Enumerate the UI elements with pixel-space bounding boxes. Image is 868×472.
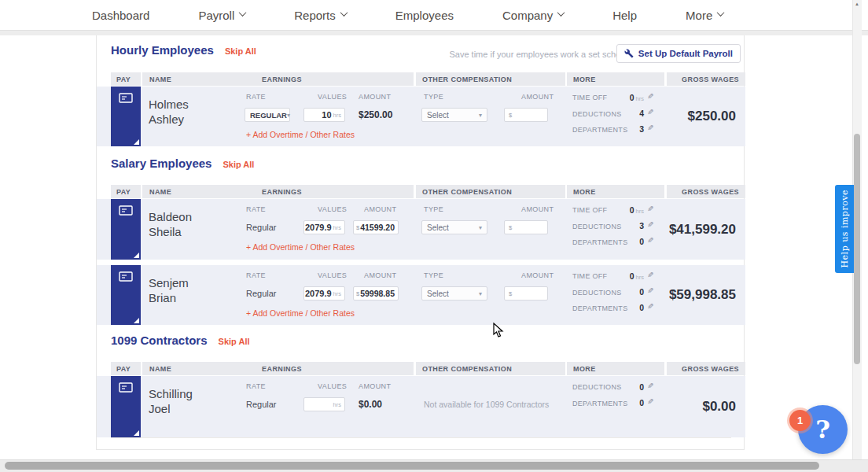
compensation-amount-input[interactable]: $ — [504, 108, 548, 122]
hours-value: 2079.9 — [305, 289, 332, 298]
edit-time-off-icon[interactable]: ✎ — [647, 205, 653, 213]
amount-value: 59998.85 — [360, 289, 395, 298]
add-overtime-link[interactable]: + Add Overtime / Other Rates — [246, 130, 355, 139]
employee-last-name: Baldeon — [149, 209, 192, 224]
employee-name: Holmes Ashley — [149, 97, 189, 127]
earnings-amount: $250.00 — [359, 109, 392, 120]
nav-dashboard-label: Dashboard — [92, 9, 149, 22]
amount-input[interactable]: $ 41599.20 — [353, 220, 399, 234]
pay-toggle-senjem[interactable] — [111, 265, 141, 325]
edit-departments-icon[interactable]: ✎ — [647, 302, 653, 311]
edit-deductions-icon[interactable]: ✎ — [647, 382, 653, 390]
hourly-title-text: Hourly Employees — [111, 43, 214, 57]
add-overtime-link[interactable]: + Add Overtime / Other Rates — [246, 242, 355, 252]
caret-down-icon: ▾ — [287, 112, 290, 119]
nav-payroll[interactable]: Payroll — [198, 9, 245, 22]
rate-value: Regular — [246, 289, 277, 298]
help-us-improve-tab[interactable]: Help us improve — [835, 185, 854, 273]
compensation-amount-input[interactable]: $ — [504, 286, 548, 301]
edit-deductions-icon[interactable]: ✎ — [647, 286, 653, 295]
col-earnings: EARNINGS — [262, 365, 302, 373]
chevron-down-icon — [239, 9, 247, 17]
nav-reports-label: Reports — [294, 9, 336, 22]
pay-toggle-schilling[interactable] — [111, 376, 141, 437]
section-title-salary: Salary EmployeesSkip All — [111, 157, 254, 170]
edit-departments-icon[interactable]: ✎ — [647, 236, 653, 245]
gross-wages-value: $41,599.20 — [669, 222, 736, 238]
deductions-value: 0 — [622, 382, 644, 392]
time-off-value: 0hrs — [622, 271, 644, 281]
edit-deductions-icon[interactable]: ✎ — [647, 108, 653, 116]
edit-departments-icon[interactable]: ✎ — [647, 124, 653, 132]
vertical-scrollbar-thumb[interactable] — [854, 134, 860, 364]
notification-badge[interactable]: 1 — [789, 410, 811, 431]
time-off-value: 0hrs — [622, 93, 644, 102]
employee-row-baldeon: Baldeon Sheila RATE VALUES AMOUNT TYPE A… — [97, 199, 745, 260]
col-gross-wages: GROSS WAGES — [667, 185, 745, 198]
pay-toggle-holmes[interactable] — [111, 87, 141, 146]
skip-all-hourly-link[interactable]: Skip All — [225, 46, 256, 56]
set-schedule-hint: Save time if your employees work a set s… — [449, 50, 639, 59]
rate-value: REGULAR — [250, 111, 287, 120]
hours-input[interactable]: 10 hrs — [303, 108, 345, 122]
table-header-hourly: PAY NAME EARNINGS OTHER COMPENSATION MOR… — [97, 72, 745, 86]
pay-toggle-baldeon[interactable] — [111, 199, 141, 260]
col-other-compensation: OTHER COMPENSATION — [416, 185, 565, 198]
edit-time-off-icon[interactable]: ✎ — [647, 92, 653, 101]
setup-default-payroll-button[interactable]: Set Up Default Payroll — [616, 44, 741, 63]
scroll-up-arrow-icon[interactable]: ▲ — [855, 2, 859, 6]
amount-label: AMOUNT — [359, 93, 391, 101]
employee-last-name: Senjem — [149, 275, 189, 290]
add-overtime-link[interactable]: + Add Overtime / Other Rates — [246, 308, 355, 318]
edit-departments-icon[interactable]: ✎ — [647, 397, 653, 406]
section-title-hourly: Hourly EmployeesSkip All — [111, 43, 256, 57]
compensation-amount-input[interactable]: $ — [504, 220, 548, 234]
nav-company-label: Company — [502, 9, 553, 22]
compensation-type-dropdown[interactable]: Select ▾ — [421, 286, 487, 301]
hours-input[interactable]: 2079.9 hrs — [303, 220, 345, 234]
corner-fold-icon — [134, 139, 139, 145]
help-us-improve-label: Help us improve — [840, 190, 850, 267]
nav-dashboard[interactable]: Dashboard — [92, 9, 149, 22]
skip-all-salary-link[interactable]: Skip All — [223, 160, 254, 169]
amount2-label: AMOUNT — [521, 93, 554, 101]
compensation-type-dropdown[interactable]: Select ▾ — [421, 220, 487, 234]
hrs-suffix: hrs — [333, 290, 341, 297]
not-available-text: Not available for 1099 Contractors — [424, 400, 549, 409]
employee-last-name: Schilling — [149, 386, 193, 401]
nav-reports[interactable]: Reports — [294, 9, 347, 22]
table-header-1099: PAY NAME EARNINGS OTHER COMPENSATION MOR… — [97, 362, 745, 375]
nav-help[interactable]: Help — [612, 9, 637, 22]
amount-input[interactable]: $ 59998.85 — [353, 286, 399, 301]
caret-down-icon: ▾ — [479, 112, 482, 119]
gross-wages-value: $59,998.85 — [669, 287, 736, 303]
values-label: VALUES — [318, 205, 347, 213]
skip-all-1099-link[interactable]: Skip All — [219, 337, 250, 346]
corner-fold-icon — [134, 430, 139, 436]
horizontal-scrollbar-thumb[interactable] — [5, 462, 819, 470]
hrs-suffix: hrs — [636, 208, 644, 215]
nav-employees[interactable]: Employees — [395, 9, 454, 22]
edit-deductions-icon[interactable]: ✎ — [647, 220, 653, 229]
hours-input[interactable]: hrs — [303, 397, 345, 411]
top-nav: Dashboard Payroll Reports Employees Comp… — [0, 0, 868, 31]
wrench-icon — [624, 49, 634, 58]
employee-row-holmes: Holmes Ashley RATE VALUES AMOUNT TYPE AM… — [97, 87, 745, 146]
time-off-number: 0 — [630, 271, 634, 281]
paycheck-icon — [119, 382, 133, 393]
compensation-type-dropdown[interactable]: Select ▾ — [421, 108, 487, 122]
nav-more-label: More — [686, 9, 712, 22]
hours-value: 2079.9 — [305, 223, 332, 232]
edit-time-off-icon[interactable]: ✎ — [647, 271, 653, 279]
hrs-suffix: hrs — [636, 95, 644, 102]
rate-dropdown[interactable]: REGULAR ▾ — [245, 108, 290, 122]
nav-more[interactable]: More — [686, 9, 723, 22]
col-pay: PAY — [111, 362, 141, 375]
nav-company[interactable]: Company — [502, 9, 564, 22]
dollar-placeholder: $ — [509, 112, 512, 119]
hours-input[interactable]: 2079.9 hrs — [303, 286, 345, 301]
employee-row-schilling: Schilling Joel RATE VALUES AMOUNT Regula… — [97, 376, 745, 437]
employee-first-name: Joel — [149, 401, 193, 416]
employee-first-name: Sheila — [149, 224, 192, 239]
amount-label: AMOUNT — [359, 382, 391, 390]
